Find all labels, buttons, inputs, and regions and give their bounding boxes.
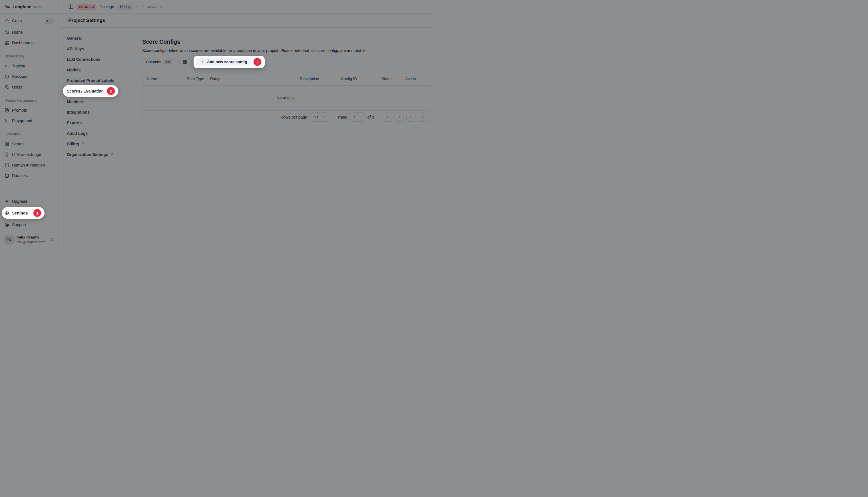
columns-button[interactable]: Columns 7/8 — [142, 58, 176, 66]
settings-nav-llm-connections[interactable]: LLM Connections — [67, 54, 136, 65]
chevrons-up-down-icon — [50, 238, 55, 242]
settings-nav-scores-evaluation[interactable]: Scores / Evaluation 2 — [63, 85, 118, 97]
settings-nav-models[interactable]: Models — [67, 65, 136, 75]
users-icon — [4, 85, 9, 89]
rows-per-page-label: Rows per page — [280, 115, 307, 119]
rows-per-page-select[interactable]: 50 — [310, 112, 328, 122]
annotation-link[interactable]: annotation — [233, 48, 252, 53]
plan-badge: Hobby — [117, 4, 133, 10]
score-configs-table: Name Data Type Range Description Config … — [143, 72, 430, 110]
sidebar-item-label: Datasets — [12, 173, 28, 178]
project-switcher[interactable]: zzzzz — [148, 4, 163, 9]
settings-nav-label: Organization Settings — [67, 152, 108, 157]
sidebar-item-support[interactable]: Support — [0, 219, 59, 230]
sidebar-item-label: Settings — [12, 211, 28, 215]
sidebar-item-label: Tracing — [12, 64, 25, 68]
column-header-status: Status — [381, 72, 405, 86]
section-label-evaluation: Evaluation — [0, 130, 59, 139]
settings-nav-protected-prompt-labels[interactable]: Protected Prompt Labels — [67, 75, 136, 86]
sidebar-item-tracing[interactable]: Tracing — [0, 60, 59, 71]
sidebar-item-prompts[interactable]: Prompts — [0, 105, 59, 115]
chevron-down-icon — [159, 5, 163, 9]
sidebar-item-scores[interactable]: Scores — [0, 139, 59, 149]
sidebar-item-sessions[interactable]: Sessions — [0, 71, 59, 82]
topbar: PROD-EU fuselage Hobby / zzzzz — [59, 0, 434, 14]
table-toolbar: Columns 7/8 Add new score con — [142, 58, 434, 66]
tutorial-step-badge-2: 2 — [107, 87, 115, 95]
sidebar-item-llm-as-a-judge[interactable]: LLM-as-a-Judge — [0, 149, 59, 160]
external-link-arrow-icon — [110, 152, 114, 156]
list-tree-icon — [4, 64, 9, 68]
column-header-name: Name — [143, 72, 187, 86]
settings-nav-general[interactable]: General — [67, 33, 136, 43]
settings-nav-api-keys[interactable]: API Keys — [67, 43, 136, 54]
sidebar-item-datasets[interactable]: Datasets — [0, 170, 59, 181]
sidebar-item-home[interactable]: Home — [0, 27, 59, 38]
external-link-arrow-icon — [81, 142, 85, 145]
percent-square-icon — [4, 142, 9, 146]
file-code-icon — [4, 108, 9, 113]
score-configs-table-card: Name Data Type Range Description Config … — [142, 72, 430, 124]
user-menu[interactable]: FK Felix Krauth felix@langfuse.com — [2, 233, 56, 246]
column-header-data-type: Data Type — [187, 72, 210, 86]
page-number-input[interactable] — [350, 112, 365, 122]
sidebar-item-label: Dashboards — [12, 41, 34, 45]
settings-nav-label: Scores / Evaluation — [67, 89, 104, 94]
panel-left-toggle-icon[interactable] — [68, 4, 74, 10]
sidebar-item-human-annotation[interactable]: Human Annotation — [0, 160, 59, 170]
columns-label: Columns — [146, 60, 161, 64]
first-page-button[interactable]: « — [383, 113, 392, 122]
next-page-button[interactable]: › — [406, 113, 416, 122]
settings-nav-label: Billing — [67, 142, 79, 146]
user-email: felix@langfuse.com — [17, 240, 45, 244]
column-header-range: Range — [210, 72, 300, 86]
score-configs-panel: Score Configs Score configs define which… — [136, 33, 434, 248]
description-text: Score configs define which scores are av… — [142, 48, 233, 53]
chevron-down-icon — [321, 115, 325, 119]
database-icon — [4, 173, 9, 178]
app-name: Langfuse — [13, 4, 31, 9]
previous-page-button[interactable]: ‹ — [395, 113, 404, 122]
avatar: FK — [4, 235, 14, 244]
home-icon — [4, 30, 9, 34]
sidebar-footer: Upgrade Settings 1 Support FK — [0, 196, 59, 246]
brand-row[interactable]: Langfuse v3.86.1 — [0, 0, 59, 14]
sidebar: Langfuse v3.86.1 Go to... ⌘ K Home — [0, 0, 59, 248]
settings-nav-billing[interactable]: Billing — [67, 139, 136, 149]
empty-state-row: No results. — [143, 86, 430, 110]
sidebar-item-upgrade[interactable]: Upgrade — [0, 196, 59, 207]
section-label-prompt-management: Prompt Management — [0, 96, 59, 105]
settings-nav: General API Keys LLM Connections Models … — [67, 33, 136, 248]
sidebar-item-label: LLM-as-a-Judge — [12, 152, 41, 157]
settings-nav-audit-logs[interactable]: Audit Logs — [67, 128, 136, 139]
section-label-observability: Observability — [0, 52, 59, 60]
settings-nav-exports[interactable]: Exports — [67, 117, 136, 128]
row-height-button[interactable] — [179, 58, 190, 66]
sidebar-item-users[interactable]: Users — [0, 82, 59, 92]
sidebar-item-playground[interactable]: Playground — [0, 115, 59, 126]
goto-shortcut: ⌘ K — [44, 18, 54, 24]
settings-nav-integrations[interactable]: Integrations — [67, 107, 136, 117]
chevron-down-icon — [135, 5, 139, 9]
description-text: in your project. Please note that all sc… — [252, 48, 367, 53]
sidebar-item-label: Playground — [12, 118, 32, 123]
settings-content: General API Keys LLM Connections Models … — [59, 28, 434, 248]
sidebar-item-label: Prompts — [12, 108, 27, 113]
section-heading: Score Configs — [142, 39, 434, 45]
settings-nav-members[interactable]: Members — [67, 96, 136, 107]
section-description: Score configs define which scores are av… — [142, 48, 434, 54]
plan-switcher[interactable]: Hobby — [117, 4, 139, 10]
column-header-description: Description — [300, 72, 341, 86]
add-score-config-button[interactable]: Add new score config — [196, 58, 251, 66]
last-page-button[interactable]: » — [418, 113, 427, 122]
table-header-row: Name Data Type Range Description Config … — [143, 72, 430, 86]
sidebar-item-settings[interactable]: Settings 1 — [2, 207, 45, 219]
goto-search-button[interactable]: Go to... ⌘ K — [3, 16, 56, 26]
breadcrumb-separator: / — [143, 3, 144, 10]
settings-nav-organization-settings[interactable]: Organization Settings — [67, 149, 136, 160]
gear-icon — [4, 211, 9, 215]
goto-label: Go to... — [12, 18, 25, 23]
sidebar-item-label: Human Annotation — [12, 163, 45, 167]
org-name[interactable]: fuselage — [99, 4, 114, 9]
sidebar-item-dashboards[interactable]: Dashboards — [0, 38, 59, 48]
